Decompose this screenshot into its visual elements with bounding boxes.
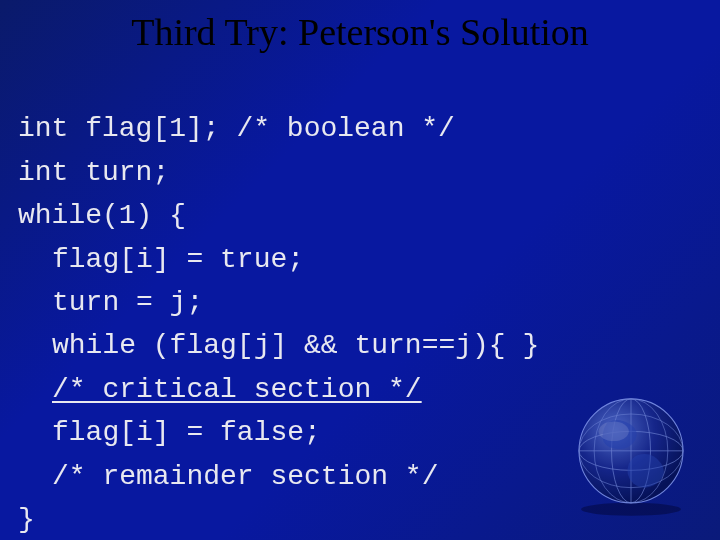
code-line-3: while(1) {	[18, 200, 186, 231]
slide-title: Third Try: Peterson's Solution	[0, 0, 720, 64]
code-line-10: }	[18, 504, 35, 535]
code-line-2: int turn;	[18, 157, 169, 188]
code-line-7-critical-section: /* critical section */	[18, 374, 422, 405]
code-line-1: int flag[1]; /* boolean */	[18, 113, 455, 144]
slide: Third Try: Peterson's Solution int flag[…	[0, 0, 720, 540]
code-line-8: flag[i] = false;	[18, 417, 321, 448]
code-line-9: /* remainder section */	[18, 461, 438, 492]
code-line-5: turn = j;	[18, 287, 203, 318]
svg-point-8	[599, 422, 629, 442]
code-line-4: flag[i] = true;	[18, 244, 304, 275]
globe-icon	[566, 388, 696, 518]
svg-point-0	[581, 503, 681, 516]
code-line-6: while (flag[j] && turn==j){ }	[18, 330, 539, 361]
